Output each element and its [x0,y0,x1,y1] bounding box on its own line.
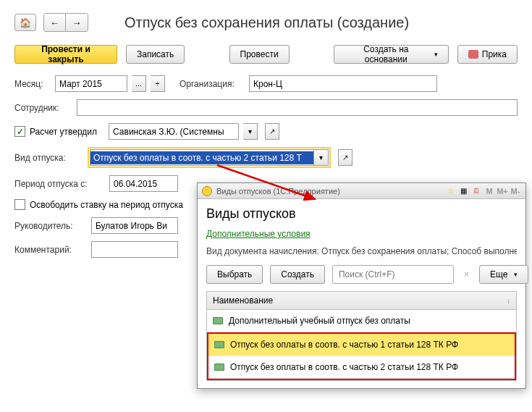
month-picker-button[interactable]: ... [132,75,146,92]
select-button[interactable]: Выбрать [206,265,263,284]
item-icon [214,363,224,371]
back-button[interactable]: ← [44,14,66,31]
free-rate-checkbox[interactable] [14,199,25,210]
page-title: Отпуск без сохранения оплаты (создание) [124,14,409,31]
list-item[interactable]: Отпуск без оплаты в соотв. с частью 1 ст… [208,334,515,356]
employee-label: Сотрудник: [14,103,72,113]
month-input[interactable] [55,75,127,92]
leave-type-dropdown[interactable]: ▾ [314,149,329,166]
print-button[interactable]: Прика [457,45,518,64]
leave-types-popup: Виды отпусков (1С:Предприятие) ☆ ▦ 🗓 M M… [197,182,526,389]
m-button[interactable]: M [484,185,495,197]
comment-input[interactable] [91,241,178,258]
favorite-icon[interactable]: ☆ [444,185,456,197]
list-header[interactable]: Наименование ↓ [206,291,517,310]
extra-conditions-link[interactable]: Дополнительные условия [206,229,517,239]
popup-header: Виды отпусков [206,206,517,222]
approver-input[interactable] [109,123,239,140]
post-button[interactable]: Провести [229,45,290,64]
leave-type-input[interactable]: Отпуск без оплаты в соотв. с частью 2 ст… [90,149,314,166]
org-label: Организация: [180,79,245,89]
item-icon [214,341,224,348]
list-item[interactable]: Отпуск без оплаты в соотв. с частью 2 ст… [208,356,515,379]
list-item-label: Отпуск без оплаты в соотв. с частью 2 ст… [230,362,458,372]
save-button[interactable]: Записать [126,45,185,64]
free-rate-label: Освободить ставку на период отпуска [30,200,183,210]
search-input[interactable] [332,265,454,284]
app-logo-icon [202,186,212,196]
sort-arrow-icon: ↓ [507,297,510,305]
popup-titlebar-text: Виды отпусков (1С:Предприятие) [216,187,440,196]
list-item[interactable]: Дополнительный учебный отпуск без оплаты [207,310,516,332]
m-plus-button[interactable]: M+ [497,185,508,197]
month-spinner[interactable]: ÷ [151,75,165,92]
org-input[interactable] [249,75,437,92]
approver-open-button[interactable]: ↗ [265,123,279,140]
calc-approved-label: Расчет утвердил [30,127,97,137]
manager-input[interactable] [91,217,178,234]
create-button[interactable]: Создать [270,265,325,284]
comment-label: Комментарий: [14,245,87,255]
clear-search-button[interactable]: × [461,269,472,279]
printer-icon [468,50,478,59]
employee-input[interactable] [77,99,518,116]
leave-type-open-button[interactable]: ↗ [338,149,352,166]
more-button[interactable]: Еще [479,265,528,284]
column-name-header: Наименование [213,295,273,306]
popup-info-text: Вид документа начисления: Отпуск без сох… [206,246,517,256]
create-based-button[interactable]: Создать на основании [334,45,449,64]
period-from-label: Период отпуска с: [14,179,105,189]
leave-type-label: Вид отпуска: [14,153,83,163]
calc-approved-checkbox[interactable]: ✓ [14,126,25,137]
forward-button[interactable]: → [66,14,88,31]
manager-label: Руководитель: [14,221,87,231]
grid-icon[interactable]: ▦ [457,185,469,197]
calendar-icon[interactable]: 🗓 [470,185,482,197]
home-button[interactable]: 🏠 [14,14,36,31]
item-icon [213,317,223,324]
approver-dropdown[interactable]: ▾ [243,123,258,140]
list-item-label: Дополнительный учебный отпуск без оплаты [229,316,410,326]
post-and-close-button[interactable]: Провести и закрыть [14,45,117,64]
month-label: Месяц: [14,79,51,89]
list-item-label: Отпуск без оплаты в соотв. с частью 1 ст… [230,340,458,350]
m-minus-button[interactable]: M- [510,185,521,197]
period-from-input[interactable] [109,175,178,192]
